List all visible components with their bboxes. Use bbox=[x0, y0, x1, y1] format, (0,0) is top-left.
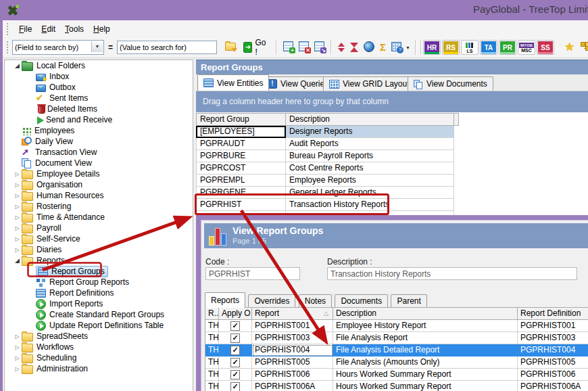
calculator-help-button[interactable]: ? bbox=[391, 42, 401, 53]
menu-edit[interactable]: Edit bbox=[36, 22, 60, 36]
apply-overrides-checkbox[interactable] bbox=[230, 346, 240, 355]
folder-search-button[interactable] bbox=[225, 43, 236, 53]
table-row[interactable]: PGPRCOSTCost Centre Reports bbox=[196, 162, 459, 175]
org-chart-button[interactable] bbox=[580, 41, 588, 53]
table-row-pgprhist[interactable]: PGPRHISTTransaction History Reports bbox=[196, 199, 459, 211]
tab-reports[interactable]: Reports bbox=[205, 292, 245, 308]
delete-record-button[interactable]: ✕ bbox=[299, 41, 309, 53]
description-cell[interactable]: Hours Worked Summary Report bbox=[333, 381, 518, 391]
dropdown-caret-icon[interactable]: ▼ bbox=[406, 45, 410, 50]
expander-closed-icon[interactable] bbox=[13, 366, 22, 372]
menu-file[interactable]: File bbox=[14, 22, 36, 36]
report-row[interactable]: THPGPRHIST006AHours Worked Summary Repor… bbox=[205, 381, 588, 391]
report-group-cell[interactable]: PGPRAUDT bbox=[196, 138, 286, 150]
tree-item-report-group-reports[interactable]: Report Group Reports bbox=[5, 277, 193, 288]
tree-item-daily-view[interactable]: Daily View bbox=[5, 136, 193, 147]
tree-item-spreadsheets[interactable]: SpreadSheets bbox=[5, 331, 193, 342]
code-field[interactable] bbox=[205, 267, 300, 280]
description-cell[interactable]: General Ledger Reports bbox=[286, 187, 454, 199]
column-header-description[interactable]: Description bbox=[286, 113, 454, 126]
report-cell[interactable]: PGPRHIST003 bbox=[252, 332, 333, 344]
report-row[interactable]: THPGPRHIST003File Analysis ReportPGPRHIS… bbox=[205, 332, 588, 344]
forward-record-button[interactable]: ↘ bbox=[314, 41, 324, 53]
expander-closed-icon[interactable] bbox=[13, 355, 22, 361]
tab-notes[interactable]: Notes bbox=[299, 294, 332, 308]
definition-cell[interactable]: PGPRHIST001 bbox=[518, 320, 588, 332]
tree-item-outbox[interactable]: Outbox bbox=[5, 82, 193, 93]
toolbar-grip[interactable] bbox=[7, 41, 8, 53]
apply-overrides-checkbox[interactable] bbox=[230, 334, 240, 343]
module-button-ss[interactable]: SS bbox=[537, 40, 554, 55]
module-button-pr[interactable]: PR bbox=[499, 40, 516, 55]
column-header-report[interactable]: Report△ bbox=[252, 308, 333, 320]
menu-tools[interactable]: Tools bbox=[60, 22, 89, 36]
tree-item-rostering[interactable]: Rostering bbox=[5, 201, 193, 212]
menu-help[interactable]: Help bbox=[89, 22, 115, 36]
sum-button[interactable]: Σ bbox=[380, 43, 386, 52]
module-button-ta[interactable]: TA bbox=[480, 40, 497, 55]
table-row[interactable]: PGPRAUDTAudit Reports bbox=[196, 138, 459, 150]
tree-item-diaries[interactable]: Diaries bbox=[5, 244, 193, 255]
tree-item-organisation[interactable]: Organisation bbox=[5, 179, 193, 190]
go-button[interactable]: ➜ Go ! bbox=[240, 36, 271, 59]
report-cell[interactable]: PGPRHIST006A bbox=[252, 381, 333, 391]
chevron-down-icon[interactable]: ▼ bbox=[91, 41, 103, 52]
report-group-cell[interactable]: PGPRHIST bbox=[196, 199, 286, 211]
expander-closed-icon[interactable] bbox=[13, 204, 22, 210]
search-field-input[interactable] bbox=[13, 42, 103, 53]
column-header-report-group[interactable]: Report Group bbox=[196, 113, 286, 126]
description-cell[interactable]: File Analysis Report bbox=[333, 332, 518, 344]
report-cell[interactable]: PGPRHIST001 bbox=[252, 320, 333, 332]
hourglass-button[interactable] bbox=[350, 43, 358, 52]
tree-item-reports[interactable]: Reports bbox=[5, 255, 193, 266]
tab-view-grid-layouts[interactable]: View GRID Layouts bbox=[323, 76, 420, 91]
tree-item-import-reports[interactable]: Import Reports bbox=[5, 298, 193, 309]
tree-item-time-attendance[interactable]: Time & Attendance bbox=[5, 212, 193, 223]
table-row[interactable]: PGPRBUREBureau Payroll Reports bbox=[196, 150, 459, 162]
description-cell[interactable]: File Analysis Detailed Report bbox=[333, 344, 518, 356]
column-header-r[interactable]: R... bbox=[205, 308, 219, 320]
apply-overrides-checkbox[interactable] bbox=[230, 358, 240, 367]
tree-item-document-view[interactable]: Document View bbox=[5, 158, 193, 168]
module-button-ls[interactable]: LS bbox=[461, 40, 479, 55]
tree-item-report-groups[interactable]: Report Groups bbox=[5, 266, 193, 277]
sort-updown-button[interactable] bbox=[338, 43, 345, 52]
search-field-combobox[interactable]: ▼ bbox=[12, 40, 104, 55]
table-row[interactable]: [EMPLOYEES]Designer Reports bbox=[196, 126, 459, 138]
report-group-cell[interactable]: [EMPLOYEES] bbox=[196, 126, 286, 138]
toolbar-grip[interactable] bbox=[7, 23, 10, 35]
expander-closed-icon[interactable] bbox=[13, 171, 22, 177]
module-button-msc[interactable]: MYOBMSC bbox=[518, 40, 535, 55]
tree-item-inbox[interactable]: Inbox bbox=[5, 71, 193, 82]
report-cell[interactable]: PGPRHIST006 bbox=[252, 369, 333, 381]
favorites-star-button[interactable]: ★ bbox=[564, 42, 574, 53]
tree-item-transaction-view[interactable]: ➚Transaction View bbox=[5, 147, 193, 158]
description-field[interactable] bbox=[327, 267, 577, 280]
report-cell-focused[interactable]: PGPRHIST004 bbox=[252, 344, 333, 356]
tree-item-payroll[interactable]: Payroll bbox=[5, 223, 193, 233]
tab-documents[interactable]: Documents bbox=[335, 294, 388, 308]
tree-item-administration[interactable]: Administration bbox=[5, 363, 193, 374]
title-bar[interactable]: PayGlobal - TreeTop Limited bbox=[0, 0, 588, 20]
tab-parent[interactable]: Parent bbox=[391, 294, 426, 308]
tree-item-update-report-definitions-table[interactable]: Update Report Definitions Table bbox=[5, 320, 193, 331]
expander-open-icon[interactable] bbox=[13, 257, 22, 264]
expander-closed-icon[interactable] bbox=[13, 182, 22, 188]
report-row[interactable]: THPGPRHIST005File Analysis (Amounts Only… bbox=[205, 356, 588, 369]
description-cell[interactable]: Hours Worked Summary Report bbox=[333, 369, 518, 381]
report-group-cell[interactable]: PGPRCOST bbox=[196, 162, 286, 175]
module-button-hr[interactable]: HR bbox=[423, 40, 441, 55]
report-cell[interactable]: PGPRHIST005 bbox=[252, 356, 333, 369]
expander-closed-icon[interactable] bbox=[13, 334, 22, 340]
globe-button[interactable] bbox=[364, 41, 374, 54]
description-cell[interactable]: Employee Reports bbox=[286, 175, 454, 187]
column-header-description[interactable]: Description bbox=[333, 308, 518, 320]
expander-closed-icon[interactable] bbox=[13, 344, 22, 350]
report-group-cell[interactable]: PGPREMPL bbox=[196, 175, 286, 187]
definition-cell[interactable]: PGPRHIST006 bbox=[518, 369, 588, 381]
table-row[interactable]: PGPREMPLEmployee Reports bbox=[196, 175, 459, 187]
report-group-cell[interactable]: PGPRBURE bbox=[196, 150, 286, 162]
search-value-input[interactable] bbox=[117, 41, 217, 54]
description-cell[interactable]: Bureau Payroll Reports bbox=[286, 150, 454, 162]
tree-item-local-folders[interactable]: Local Folders bbox=[5, 60, 193, 71]
